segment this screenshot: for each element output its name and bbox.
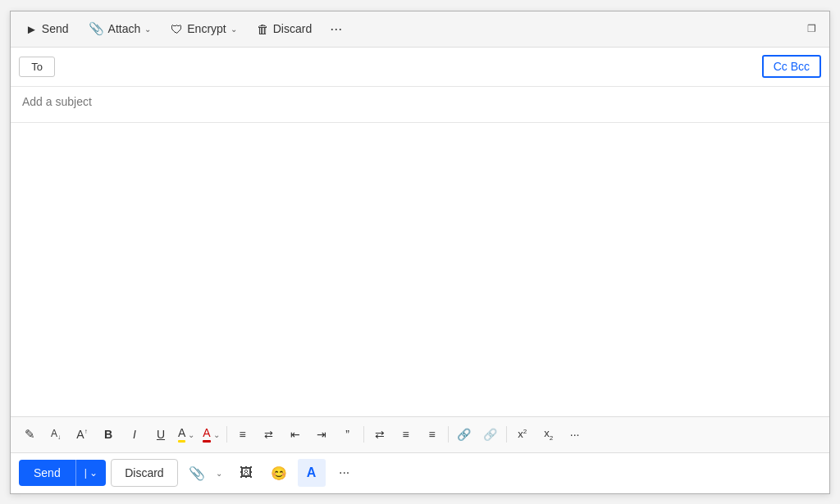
- clear-formatting-button[interactable]: ✎: [17, 422, 42, 447]
- encrypt-button[interactable]: 🛡 Encrypt ⌄: [162, 17, 244, 41]
- format-toolbar: ✎ A↓ A↑ B I U A ⌄ A: [11, 416, 829, 452]
- underline-label: U: [157, 428, 165, 441]
- italic-label: I: [133, 428, 136, 441]
- font-size-decrease-button[interactable]: A↓: [43, 422, 68, 447]
- numbered-list-button[interactable]: ⇄: [257, 422, 281, 447]
- numbered-list-icon: ⇄: [264, 429, 273, 441]
- insert-image-button[interactable]: 🖼: [232, 459, 260, 487]
- insert-image-icon: 🖼: [240, 465, 253, 480]
- italic-button[interactable]: I: [122, 422, 147, 447]
- encrypt-shield-icon: 🛡: [171, 22, 183, 36]
- link-icon: 🔗: [457, 428, 471, 441]
- fmt-sep-2: [363, 426, 364, 443]
- paint-icon: A: [307, 465, 317, 480]
- font-color-bar: [203, 440, 210, 443]
- fmt-sep-3: [448, 426, 449, 443]
- bold-button[interactable]: B: [96, 422, 121, 447]
- underline-button[interactable]: U: [148, 422, 173, 447]
- highlight-color-bar: [178, 440, 185, 443]
- send-icon: ►: [25, 22, 38, 36]
- highlight-chevron-icon: ⌄: [188, 430, 194, 439]
- send-button-group: Send | ⌄: [19, 460, 106, 486]
- send-main-button[interactable]: Send: [19, 460, 75, 486]
- font-color-icon: A: [203, 426, 210, 443]
- font-size-decrease-icon: A↓: [51, 428, 61, 441]
- send-dropdown-button[interactable]: | ⌄: [75, 460, 106, 486]
- quote-icon: ”: [345, 428, 349, 441]
- font-size-increase-button[interactable]: A↑: [70, 422, 94, 447]
- align-center-icon: ≡: [403, 428, 409, 441]
- font-size-increase-icon: A↑: [76, 428, 87, 441]
- attach-button[interactable]: 📎 Attach ⌄: [80, 16, 160, 41]
- bullets-icon: ≡: [240, 428, 246, 441]
- to-label: To: [31, 61, 43, 73]
- highlight-icon: A: [178, 426, 185, 443]
- unlink-icon: 🔗: [483, 428, 497, 441]
- fmt-sep-4: [506, 426, 507, 443]
- indent-less-button[interactable]: ⇤: [283, 422, 308, 447]
- discard-icon: 🗑: [257, 22, 269, 36]
- top-toolbar: ► Send 📎 Attach ⌄ 🛡 Encrypt ⌄ 🗑 Discard …: [11, 11, 829, 48]
- send-toolbar: Send | ⌄ Discard 📎 ⌄ 🖼 😊 A: [11, 452, 829, 493]
- align-right-icon: ≡: [429, 428, 436, 441]
- send-label: Send: [42, 22, 69, 35]
- send-dropdown-icon: |: [84, 467, 87, 479]
- attach-icon: 📎: [89, 21, 104, 36]
- bottom-more-icon: ···: [339, 465, 349, 480]
- send-main-label: Send: [34, 466, 61, 479]
- to-button[interactable]: To: [19, 57, 55, 77]
- attach-send-bar-button[interactable]: 📎: [183, 459, 211, 487]
- send-dropdown-chevron-icon: ⌄: [89, 467, 98, 479]
- attach-label: Attach: [108, 22, 141, 35]
- unlink-button[interactable]: 🔗: [478, 422, 503, 447]
- attach-dropdown-send-bar-button[interactable]: ⌄: [211, 459, 227, 487]
- highlight-group[interactable]: A ⌄: [175, 422, 198, 447]
- cc-bcc-button[interactable]: Cc Bcc: [762, 55, 821, 78]
- discard-button[interactable]: 🗑 Discard: [249, 17, 320, 41]
- restore-icon: ❐: [807, 23, 816, 34]
- toolbar-more-icon: ···: [330, 20, 342, 38]
- align-left-icon: ⇄: [375, 428, 385, 441]
- email-body[interactable]: [11, 123, 829, 416]
- subject-input[interactable]: [22, 95, 818, 108]
- bold-label: B: [104, 428, 112, 441]
- font-color-group[interactable]: A ⌄: [199, 422, 222, 447]
- attach-paperclip-icon: 📎: [189, 465, 205, 481]
- paint-button[interactable]: A: [298, 459, 326, 487]
- subscript-icon: x2: [544, 427, 553, 442]
- format-more-button[interactable]: ···: [563, 422, 587, 447]
- bottom-more-button[interactable]: ···: [331, 459, 358, 487]
- emoji-icon: 😊: [271, 465, 287, 481]
- quote-button[interactable]: ”: [336, 422, 360, 447]
- encrypt-label: Encrypt: [187, 22, 226, 35]
- compose-window: ► Send 📎 Attach ⌄ 🛡 Encrypt ⌄ 🗑 Discard …: [10, 11, 830, 494]
- to-row: To Cc Bcc: [11, 48, 829, 87]
- indent-more-icon: ⇥: [317, 428, 326, 441]
- discard-send-bar-button[interactable]: Discard: [111, 459, 177, 487]
- cc-bcc-label: Cc Bcc: [774, 60, 810, 73]
- encrypt-chevron-icon: ⌄: [231, 25, 237, 34]
- indent-less-icon: ⇤: [290, 428, 300, 441]
- toolbar-more-button[interactable]: ···: [323, 16, 349, 43]
- align-right-button[interactable]: ≡: [420, 422, 445, 447]
- indent-more-button[interactable]: ⇥: [309, 422, 334, 447]
- attach-group: 📎 ⌄: [183, 459, 227, 487]
- attach-chevron-send-bar-icon: ⌄: [216, 469, 222, 478]
- attach-chevron-icon: ⌄: [144, 25, 151, 34]
- insert-emoji-button[interactable]: 😊: [265, 459, 293, 487]
- link-button[interactable]: 🔗: [452, 422, 477, 447]
- format-more-icon: ···: [570, 428, 580, 441]
- superscript-icon: x2: [518, 428, 527, 440]
- fmt-sep-1: [226, 426, 227, 443]
- superscript-button[interactable]: x2: [510, 422, 535, 447]
- window-restore-button[interactable]: ❐: [800, 17, 823, 40]
- send-button[interactable]: ► Send: [17, 17, 77, 41]
- discard-label: Discard: [273, 22, 312, 35]
- bullets-button[interactable]: ≡: [231, 422, 255, 447]
- align-left-button[interactable]: ⇄: [368, 422, 392, 447]
- align-center-button[interactable]: ≡: [394, 422, 418, 447]
- clear-formatting-icon: ✎: [25, 427, 35, 442]
- subscript-button[interactable]: x2: [536, 422, 561, 447]
- to-input[interactable]: [55, 57, 762, 76]
- discard-send-bar-label: Discard: [125, 466, 163, 479]
